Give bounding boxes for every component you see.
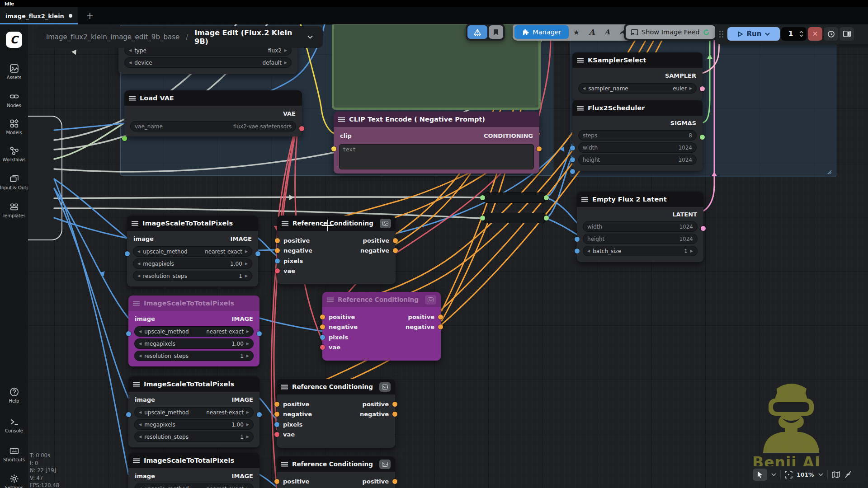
chevron-up-icon[interactable] bbox=[799, 31, 803, 33]
negative-input-dot[interactable] bbox=[275, 248, 280, 253]
node-image-scale-2-bypassed[interactable]: ImageScaleToTotalPixels imageIMAGE ◀upsc… bbox=[128, 296, 259, 366]
cancel-button[interactable]: ✕ bbox=[808, 27, 822, 41]
node-menu-icon[interactable] bbox=[577, 106, 584, 111]
node-menu-icon[interactable] bbox=[581, 197, 588, 202]
breadcrumb[interactable]: image_flux2_klein_image_edit_9b_base / I… bbox=[36, 26, 323, 48]
node-flux2scheduler[interactable]: Flux2Scheduler SIGMAS steps8 width1024 h… bbox=[572, 100, 703, 171]
zoom-level[interactable]: 101% bbox=[797, 471, 814, 478]
node-reference-conditioning-4[interactable]: Reference Conditioning positive negative… bbox=[277, 456, 395, 488]
sidebar-item-nodes[interactable]: Nodes bbox=[0, 91, 28, 108]
pointer-tool-button[interactable] bbox=[753, 469, 767, 481]
increment-icon[interactable]: ▶ bbox=[284, 48, 287, 52]
decrement-icon[interactable]: ◀ bbox=[129, 48, 132, 52]
negative-input-dot[interactable] bbox=[320, 324, 325, 329]
chevron-down-icon[interactable] bbox=[818, 473, 823, 476]
latent-output-dot[interactable] bbox=[701, 226, 706, 231]
graph-canvas[interactable]: se_seed t_name o_name e_name prompt imag… bbox=[0, 0, 868, 488]
widget-vae-name[interactable]: vae_name flux2-vae.safetensors bbox=[130, 121, 296, 131]
output-dot[interactable] bbox=[544, 195, 549, 200]
widget-height[interactable]: height1024 bbox=[578, 155, 697, 165]
positive-output-dot[interactable] bbox=[392, 479, 397, 484]
sampler-output-dot[interactable] bbox=[700, 86, 705, 91]
widget-upscale-method[interactable]: ◀upscale_methodnearest-exact▶ bbox=[133, 246, 252, 257]
chevron-down-icon[interactable] bbox=[307, 35, 313, 39]
decrement-icon[interactable]: ◀ bbox=[583, 86, 585, 90]
node-menu-icon[interactable] bbox=[133, 382, 140, 387]
drag-handle[interactable] bbox=[719, 31, 723, 38]
widget-resolution-steps[interactable]: ◀resolution_steps1▶ bbox=[134, 351, 254, 361]
clip-input-dot[interactable] bbox=[331, 146, 336, 151]
vae-name-input-dot[interactable] bbox=[122, 136, 127, 141]
star-button[interactable]: ★ bbox=[569, 25, 584, 39]
widget-upscale-method[interactable]: ◀upscale_methodnearest-exact▶ bbox=[134, 326, 254, 337]
positive-input-dot[interactable] bbox=[320, 314, 325, 319]
node-menu-icon[interactable] bbox=[338, 117, 345, 122]
positive-output-dot[interactable] bbox=[393, 238, 398, 243]
sidebar-item-input-output[interactable]: Input & Output bbox=[0, 174, 28, 190]
positive-input-dot[interactable] bbox=[275, 238, 280, 243]
new-tab-button[interactable]: + bbox=[86, 10, 94, 21]
positive-output-dot[interactable] bbox=[392, 402, 397, 407]
node-menu-icon[interactable] bbox=[133, 301, 140, 306]
widget-megapixels[interactable]: ◀megapixels1.00▶ bbox=[134, 338, 254, 349]
collapsed-node[interactable] bbox=[482, 192, 547, 203]
image-output-dot[interactable] bbox=[255, 251, 260, 256]
node-reference-conditioning-2-bypassed[interactable]: Reference Conditioning positive negative… bbox=[322, 292, 441, 361]
font-a-button[interactable]: A bbox=[584, 25, 599, 39]
input-dot[interactable] bbox=[480, 216, 485, 221]
sidebar-item-assets[interactable]: Assets bbox=[0, 63, 28, 80]
widget-sampler-name[interactable]: ◀sampler_name euler▶ bbox=[578, 83, 697, 94]
side-panel-button[interactable] bbox=[840, 27, 854, 41]
positive-input-dot[interactable] bbox=[274, 402, 279, 407]
decrement-icon[interactable]: ◀ bbox=[129, 61, 132, 65]
node-menu-icon[interactable] bbox=[281, 462, 288, 467]
font-a-alt-button[interactable]: A bbox=[599, 25, 615, 39]
positive-input-dot[interactable] bbox=[274, 479, 279, 484]
widget-steps[interactable]: steps8 bbox=[578, 130, 697, 141]
vae-input-dot[interactable] bbox=[274, 432, 279, 437]
widget-upscale-method[interactable]: ◀upscale_methodnearest-exact▶ bbox=[134, 407, 254, 418]
node-menu-icon[interactable] bbox=[281, 385, 288, 389]
run-button[interactable]: Run bbox=[727, 27, 780, 41]
sidebar-item-shortcuts[interactable]: Shortcuts bbox=[0, 446, 28, 462]
vae-input-dot[interactable] bbox=[320, 345, 325, 350]
workflow-view-button[interactable] bbox=[467, 25, 487, 39]
image-input-dot[interactable] bbox=[126, 412, 131, 417]
fit-view-icon[interactable] bbox=[785, 471, 793, 479]
widget-batch-size[interactable]: ◀batch_size 1▶ bbox=[583, 246, 698, 256]
node-reference-conditioning-3[interactable]: Reference Conditioning positive negative… bbox=[277, 379, 395, 448]
input-dot[interactable] bbox=[480, 195, 485, 200]
node-image-scale-4[interactable]: ImageScaleToTotalPixels imageIMAGE ◀upsc… bbox=[128, 453, 259, 488]
text-prompt-area[interactable]: text bbox=[339, 144, 534, 169]
node-image-icon[interactable] bbox=[379, 460, 391, 469]
node-menu-icon[interactable] bbox=[327, 297, 334, 302]
vae-output-dot[interactable] bbox=[299, 126, 304, 131]
increment-icon[interactable]: ▶ bbox=[689, 86, 692, 90]
height-input-dot[interactable] bbox=[570, 169, 575, 174]
pixels-input-dot[interactable] bbox=[275, 258, 280, 263]
image-input-dot[interactable] bbox=[125, 251, 130, 256]
node-menu-icon[interactable] bbox=[577, 58, 584, 63]
increment-icon[interactable]: ▶ bbox=[284, 61, 287, 65]
sidebar-item-workflows[interactable]: Workflows bbox=[0, 145, 28, 162]
breadcrumb-subgraph[interactable]: Image Edit (Flux.2 Klein 9B) bbox=[194, 28, 301, 46]
positive-output-dot[interactable] bbox=[438, 314, 443, 319]
vae-input-dot[interactable] bbox=[275, 268, 280, 273]
node-menu-icon[interactable] bbox=[129, 96, 136, 101]
sidebar-item-help[interactable]: Help bbox=[0, 387, 28, 404]
image-output-dot[interactable] bbox=[257, 412, 262, 417]
negative-input-dot[interactable] bbox=[274, 412, 279, 417]
node-image-icon[interactable] bbox=[380, 219, 391, 228]
node-image-icon[interactable] bbox=[425, 295, 436, 305]
comfyui-logo[interactable]: C bbox=[6, 32, 22, 48]
decrement-icon[interactable]: ◀ bbox=[587, 249, 590, 253]
batch-count-stepper[interactable]: 1 bbox=[781, 27, 807, 41]
image-preview-box[interactable] bbox=[332, 23, 541, 110]
node-image-scale-1[interactable]: ImageScaleToTotalPixels imageIMAGE ◀upsc… bbox=[127, 216, 258, 286]
pixels-input-dot[interactable] bbox=[320, 335, 325, 340]
output-dot[interactable] bbox=[544, 216, 549, 221]
node-load-vae[interactable]: Load VAE VAE vae_name flux2-vae.safetens… bbox=[124, 90, 302, 136]
widget-width[interactable]: width1024 bbox=[583, 221, 698, 232]
sidebar-item-settings[interactable]: Settings bbox=[0, 474, 28, 488]
node-menu-icon[interactable] bbox=[282, 221, 288, 226]
